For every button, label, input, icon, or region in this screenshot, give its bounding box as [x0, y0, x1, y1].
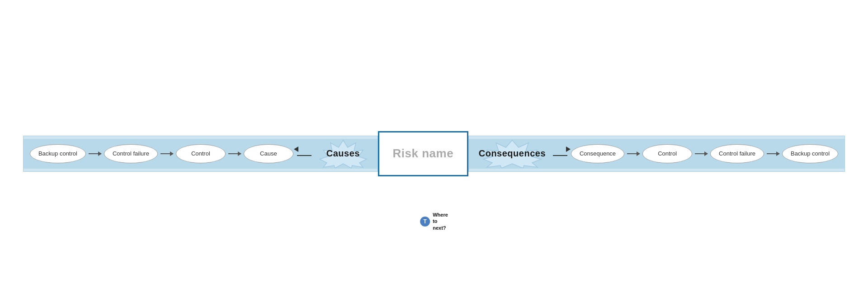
- right-control-failure-node: Control failure: [710, 144, 764, 163]
- right-backup-control-node: Backup control: [782, 144, 838, 163]
- left-control-node: Control: [176, 144, 226, 163]
- causes-arrow: [297, 149, 311, 158]
- tooltip-text: Where to next?: [433, 212, 448, 231]
- consequences-inner-band: Consequences Consequence: [469, 139, 844, 169]
- connector-r3: [767, 153, 779, 154]
- consequences-band-wrapper: Consequences Consequence: [468, 136, 845, 172]
- connector-r2: [695, 153, 708, 154]
- causes-inner-band: Backup control Control failure Control: [24, 139, 377, 169]
- tooltip-container: T Where to next?: [420, 212, 448, 231]
- left-control-failure-node: Control failure: [104, 144, 158, 163]
- connector-2: [160, 153, 173, 154]
- left-cause-node: Cause: [244, 144, 293, 163]
- connector-r1: [627, 153, 640, 154]
- causes-band-wrapper: Backup control Control failure Control: [23, 136, 378, 172]
- risk-name-box: Risk name: [378, 131, 468, 176]
- tooltip-icon: T: [420, 217, 430, 227]
- connector-1: [89, 153, 101, 154]
- left-backup-control-node: Backup control: [30, 144, 86, 163]
- main-diagram: Backup control Control failure Control: [0, 131, 868, 176]
- right-consequence-node: Consequence: [571, 144, 624, 163]
- causes-label: Causes: [316, 139, 370, 168]
- consequences-label: Consequences: [476, 139, 548, 168]
- risk-name-text: Risk name: [393, 146, 454, 161]
- consequences-arrow: [553, 149, 567, 158]
- connector-3: [228, 153, 241, 154]
- right-control-node: Control: [642, 144, 692, 163]
